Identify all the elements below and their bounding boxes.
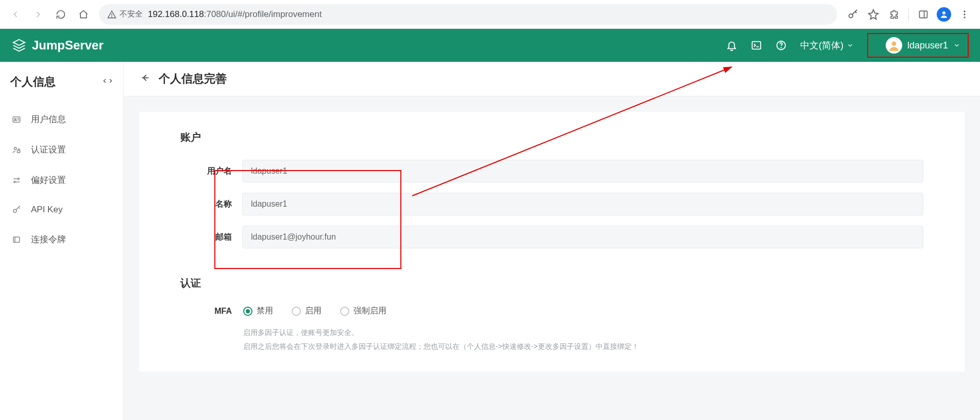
extensions-icon[interactable] xyxy=(885,5,903,24)
browser-menu-icon[interactable] xyxy=(955,5,974,24)
sidebar-item-user-info[interactable]: 用户信息 xyxy=(0,104,123,135)
svg-point-16 xyxy=(14,181,15,182)
sidebar-item-auth-settings[interactable]: 认证设置 xyxy=(0,135,123,165)
sliders-icon xyxy=(11,175,22,186)
browser-home-button[interactable] xyxy=(74,5,93,24)
email-input[interactable] xyxy=(242,226,923,248)
avatar xyxy=(886,37,902,54)
svg-point-13 xyxy=(14,147,17,149)
terminal-icon[interactable] xyxy=(751,40,762,51)
mfa-option-disable[interactable]: 禁用 xyxy=(243,306,273,316)
section-account-title: 账户 xyxy=(180,130,923,144)
name-input[interactable] xyxy=(242,193,923,215)
logo-icon xyxy=(11,38,27,53)
chevron-down-icon xyxy=(847,42,854,49)
field-label-username: 用户名 xyxy=(180,166,232,177)
svg-rect-18 xyxy=(13,237,20,242)
app-logo[interactable]: JumpServer xyxy=(11,38,104,53)
svg-point-17 xyxy=(13,209,16,212)
sidebar-item-connect-token[interactable]: 连接令牌 xyxy=(0,224,123,255)
svg-point-15 xyxy=(18,178,19,179)
svg-point-4 xyxy=(964,10,965,12)
language-label: 中文(简体) xyxy=(800,39,843,52)
language-selector[interactable]: 中文(简体) xyxy=(800,39,854,52)
browser-forward-button[interactable] xyxy=(29,5,47,24)
sidebar-item-label: 用户信息 xyxy=(31,113,66,125)
form-panel: 账户 用户名 名称 邮箱 认证 MFA xyxy=(139,112,965,372)
bookmark-star-icon[interactable] xyxy=(864,5,883,24)
annotation-highlight-box xyxy=(214,170,401,269)
insecure-warning: 不安全 xyxy=(107,9,143,19)
sidebar-item-label: 连接令牌 xyxy=(31,233,66,245)
mfa-hint: 启用多因子认证，使账号更加安全。 启用之后您将会在下次登录时进入多因子认证绑定流… xyxy=(180,326,923,353)
svg-point-6 xyxy=(964,16,965,18)
svg-point-0 xyxy=(112,16,112,17)
mfa-option-force[interactable]: 强制启用 xyxy=(340,306,386,316)
help-icon[interactable] xyxy=(775,40,787,51)
browser-reload-button[interactable] xyxy=(52,5,70,24)
username-input[interactable] xyxy=(242,160,923,182)
header-username: ldapuser1 xyxy=(907,40,948,51)
page-header: 个人信息完善 xyxy=(124,62,980,96)
user-lock-icon xyxy=(11,145,22,155)
key-icon xyxy=(11,205,22,215)
browser-back-button[interactable] xyxy=(6,5,25,24)
browser-toolbar: 不安全 192.168.0.118:7080/ui/#/profile/impr… xyxy=(0,0,980,29)
insecure-label: 不安全 xyxy=(120,9,143,19)
svg-point-12 xyxy=(14,118,16,120)
field-label-mfa: MFA xyxy=(180,307,232,316)
browser-profile-avatar[interactable] xyxy=(935,5,953,24)
ticket-icon xyxy=(11,234,22,245)
sidebar-title: 个人信息 xyxy=(10,74,56,90)
sidebar-item-label: 偏好设置 xyxy=(31,174,66,186)
password-key-icon[interactable] xyxy=(843,5,862,24)
app-header: JumpServer 中文(简体) ldapuser1 xyxy=(0,29,980,62)
sidebar: 个人信息 用户信息 认证设置 偏好设置 API Key xyxy=(0,62,124,420)
brand-text: JumpServer xyxy=(32,38,104,53)
svg-rect-2 xyxy=(920,11,927,18)
sidebar-item-label: 认证设置 xyxy=(31,144,66,156)
section-auth-title: 认证 xyxy=(180,276,923,290)
svg-point-9 xyxy=(781,47,781,48)
mfa-option-enable[interactable]: 启用 xyxy=(292,306,322,316)
field-label-email: 邮箱 xyxy=(180,232,232,243)
browser-url-bar[interactable]: 不安全 192.168.0.118:7080/ui/#/profile/impr… xyxy=(99,4,837,25)
svg-point-3 xyxy=(942,11,945,14)
mfa-radio-group: 禁用 启用 强制启用 xyxy=(242,306,386,316)
sidebar-toggle-icon[interactable] xyxy=(103,76,113,88)
page-title: 个人信息完善 xyxy=(159,71,227,87)
notification-bell-icon[interactable] xyxy=(726,40,737,51)
back-button[interactable] xyxy=(139,72,150,86)
url-text: 192.168.0.118:7080/ui/#/profile/improvem… xyxy=(148,9,322,20)
id-card-icon xyxy=(11,114,22,125)
svg-point-10 xyxy=(892,41,897,46)
svg-point-1 xyxy=(849,14,853,18)
sidebar-item-label: API Key xyxy=(31,205,62,215)
svg-point-5 xyxy=(964,13,965,15)
sidebar-item-api-key[interactable]: API Key xyxy=(0,195,123,224)
chevron-down-icon xyxy=(953,42,960,49)
svg-rect-14 xyxy=(18,150,20,153)
sidebar-item-preferences[interactable]: 偏好设置 xyxy=(0,165,123,195)
main-content: 个人信息完善 账户 用户名 名称 邮箱 认证 xyxy=(124,62,980,420)
toolbar-separator xyxy=(908,8,909,21)
side-panel-icon[interactable] xyxy=(914,5,933,24)
user-menu[interactable]: ldapuser1 xyxy=(882,35,965,56)
svg-rect-7 xyxy=(752,42,761,49)
field-label-name: 名称 xyxy=(180,199,232,210)
